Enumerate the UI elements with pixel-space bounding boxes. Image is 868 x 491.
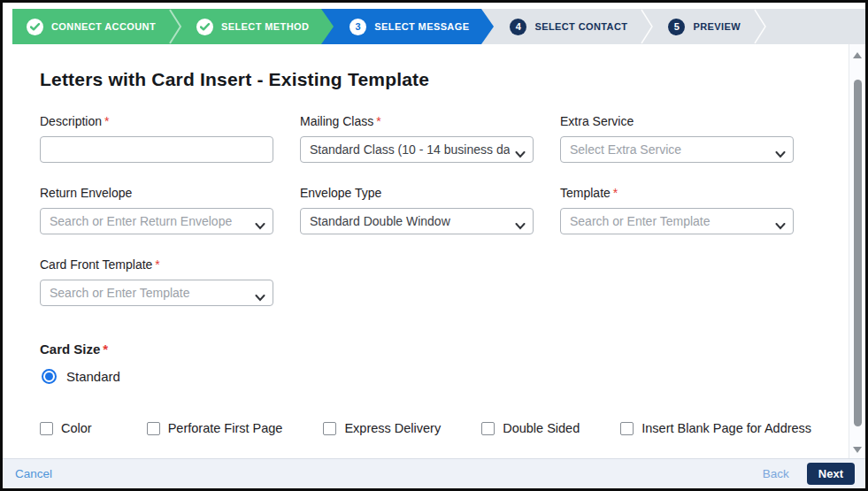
checkbox-double-sided[interactable]: Double Sided xyxy=(481,421,580,435)
envelope-type-select[interactable]: Standard Double Window xyxy=(300,208,534,234)
step-connect-account[interactable]: CONNECT ACCOUNT xyxy=(12,9,168,44)
checkbox-unchecked-icon[interactable] xyxy=(481,422,495,435)
select-placeholder: Select Extra Service xyxy=(570,142,770,157)
checkbox-label: Perforate First Page xyxy=(168,421,283,435)
extra-service-select[interactable]: Select Extra Service xyxy=(560,136,794,163)
cancel-link[interactable]: Cancel xyxy=(15,467,52,480)
checkbox-perforate-first-page[interactable]: Perforate First Page xyxy=(147,421,283,435)
select-placeholder: Search or Enter Template xyxy=(50,286,250,300)
select-placeholder: Search or Enter Template xyxy=(570,214,770,228)
description-label: Description xyxy=(40,114,102,128)
chevron-separator-icon xyxy=(168,9,182,44)
checkbox-insert-blank-page[interactable]: Insert Blank Page for Address xyxy=(620,421,811,435)
chevron-separator-icon xyxy=(753,9,767,44)
checkbox-unchecked-icon[interactable] xyxy=(40,422,53,435)
chevron-down-icon xyxy=(255,290,265,304)
checkbox-label: Color xyxy=(61,421,92,435)
template-label: Template xyxy=(560,186,611,200)
radio-selected-icon[interactable] xyxy=(42,369,57,384)
form-grid: Description* Mailing Class* Standard Cla… xyxy=(40,114,812,329)
mailing-class-label: Mailing Class xyxy=(300,114,373,128)
stepper-bar: CONNECT ACCOUNT SELECT METHOD 3 SELECT M… xyxy=(3,3,865,44)
stepper-inactive-zone: 4 SELECT CONTACT 5 PREVIEW xyxy=(481,9,865,44)
checkbox-unchecked-icon[interactable] xyxy=(147,422,160,435)
scroll-down-arrow-icon[interactable] xyxy=(853,447,862,453)
page-title: Letters with Card Insert - Existing Temp… xyxy=(40,69,812,90)
step-number-badge: 3 xyxy=(350,19,366,35)
checkbox-color[interactable]: Color xyxy=(40,421,92,435)
back-link[interactable]: Back xyxy=(763,467,789,480)
mailing-class-select[interactable]: Standard Class (10 - 14 business days) xyxy=(300,136,534,163)
chevron-down-icon xyxy=(775,219,786,233)
step-number-badge: 4 xyxy=(510,19,526,35)
radio-label: Standard xyxy=(66,369,120,384)
step-number-badge: 5 xyxy=(668,19,685,35)
required-marker: * xyxy=(103,341,108,357)
chevron-separator-icon xyxy=(640,9,654,44)
return-envelope-select[interactable]: Search or Enter Return Envelope xyxy=(40,208,273,234)
selected-value: Standard Double Window xyxy=(310,214,510,228)
scrollbar-thumb[interactable] xyxy=(854,80,862,426)
step-preview[interactable]: 5 PREVIEW xyxy=(654,9,753,44)
field-envelope-type: Envelope Type Standard Double Window xyxy=(300,186,534,234)
field-mailing-class: Mailing Class* Standard Class (10 - 14 b… xyxy=(300,114,534,163)
card-size-label: Card Size xyxy=(40,341,100,357)
step-select-contact[interactable]: 4 SELECT CONTACT xyxy=(495,9,640,44)
check-icon xyxy=(27,19,43,35)
check-icon xyxy=(196,19,213,35)
field-extra-service: Extra Service Select Extra Service xyxy=(560,114,794,163)
form-content: Letters with Card Insert - Existing Temp… xyxy=(3,44,865,458)
checkbox-label: Double Sided xyxy=(503,421,580,435)
step-label: SELECT CONTACT xyxy=(534,21,627,32)
checkbox-label: Insert Blank Page for Address xyxy=(641,421,811,435)
step-label: SELECT MESSAGE xyxy=(374,21,469,32)
checkbox-unchecked-icon[interactable] xyxy=(323,422,336,435)
chevron-separator-icon xyxy=(321,9,335,44)
step-select-message[interactable]: 3 SELECT MESSAGE xyxy=(335,9,481,44)
required-marker: * xyxy=(613,186,618,200)
checkbox-unchecked-icon[interactable] xyxy=(620,422,634,435)
return-envelope-label: Return Envelope xyxy=(40,186,273,200)
chevron-down-icon xyxy=(515,147,526,161)
field-description: Description* xyxy=(40,114,273,163)
required-marker: * xyxy=(155,257,159,272)
footer-bar: Cancel Back Next xyxy=(3,458,865,488)
required-marker: * xyxy=(376,114,380,128)
description-input[interactable] xyxy=(40,136,273,163)
chevron-down-icon xyxy=(515,219,526,233)
card-size-section: Card Size* Standard xyxy=(40,341,812,384)
step-label: PREVIEW xyxy=(693,21,741,32)
field-return-envelope: Return Envelope Search or Enter Return E… xyxy=(40,186,273,234)
chevron-down-icon xyxy=(775,147,786,161)
required-marker: * xyxy=(104,114,109,128)
wizard-stepper: CONNECT ACCOUNT SELECT METHOD 3 SELECT M… xyxy=(12,9,865,44)
card-front-template-label: Card Front Template xyxy=(40,257,152,272)
card-size-option-standard[interactable]: Standard xyxy=(42,369,812,384)
vertical-scrollbar[interactable] xyxy=(849,44,865,458)
checkbox-label: Express Delivery xyxy=(344,421,441,435)
checkbox-express-delivery[interactable]: Express Delivery xyxy=(323,421,441,435)
next-button[interactable]: Next xyxy=(807,463,855,485)
step-select-method[interactable]: SELECT METHOD xyxy=(182,9,321,44)
select-placeholder: Search or Enter Return Envelope xyxy=(50,214,250,228)
field-template: Template* Search or Enter Template xyxy=(560,186,794,234)
template-select[interactable]: Search or Enter Template xyxy=(560,208,794,234)
scroll-up-arrow-icon[interactable] xyxy=(853,52,862,58)
selected-value: Standard Class (10 - 14 business days) xyxy=(310,142,510,157)
card-front-template-select[interactable]: Search or Enter Template xyxy=(40,280,273,306)
step-label: SELECT METHOD xyxy=(221,21,309,32)
step-label: CONNECT ACCOUNT xyxy=(51,21,156,32)
field-card-front-template: Card Front Template* Search or Enter Tem… xyxy=(40,257,273,306)
print-options-row: Color Perforate First Page Express Deliv… xyxy=(40,421,812,435)
wizard-window: CONNECT ACCOUNT SELECT METHOD 3 SELECT M… xyxy=(0,0,868,491)
chevron-down-icon xyxy=(255,219,265,233)
extra-service-label: Extra Service xyxy=(560,114,794,128)
chevron-separator-icon xyxy=(481,9,495,44)
envelope-type-label: Envelope Type xyxy=(300,186,534,200)
